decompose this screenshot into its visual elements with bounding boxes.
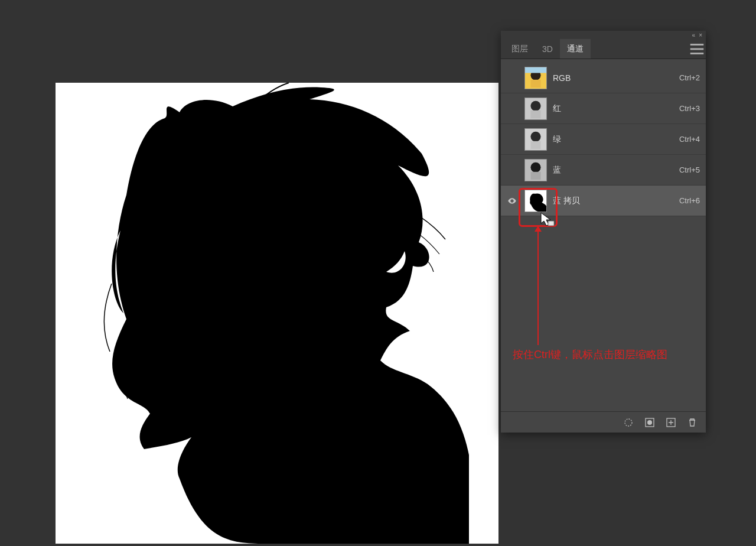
svg-rect-7 [530,110,540,118]
panel-footer [501,411,706,433]
channel-name: 红 [553,103,673,114]
channels-panel: « × 图层 3D 通道 RGB Ctrl+2 红 [501,31,706,433]
channel-shortcut: Ctrl+4 [679,135,700,144]
panel-menu-icon[interactable] [688,39,706,58]
svg-point-15 [625,419,632,426]
tab-layers[interactable]: 图层 [504,39,535,58]
channel-list: RGB Ctrl+2 红 Ctrl+3 绿 Ctrl+4 [501,59,706,411]
visibility-toggle[interactable] [506,133,519,146]
channel-thumbnail[interactable] [524,128,547,151]
panel-collapse-bar[interactable]: « × [501,31,706,39]
channel-shortcut: Ctrl+3 [679,104,700,113]
svg-rect-13 [530,171,540,179]
visibility-toggle[interactable] [506,72,519,84]
channel-shortcut: Ctrl+2 [679,73,700,82]
svg-rect-3 [530,79,540,87]
channel-thumbnail[interactable] [524,98,547,120]
channel-row-rgb[interactable]: RGB Ctrl+2 [501,63,706,93]
svg-point-6 [530,100,540,110]
tab-3d[interactable]: 3D [535,39,560,58]
channel-thumbnail[interactable] [524,67,547,89]
channel-row-red[interactable]: 红 Ctrl+3 [501,93,706,124]
load-selection-icon[interactable] [623,417,634,428]
svg-point-12 [530,162,540,172]
channel-thumbnail[interactable] [524,190,547,212]
channel-shortcut: Ctrl+5 [679,165,700,174]
channel-name: 绿 [553,134,673,145]
channel-shortcut: Ctrl+6 [679,196,700,205]
visibility-toggle[interactable] [506,164,519,177]
channel-row-green[interactable]: 绿 Ctrl+4 [501,124,706,155]
channel-name: RGB [553,73,673,83]
visibility-toggle[interactable] [506,194,519,207]
channel-name: 蓝 [553,165,673,176]
visibility-toggle[interactable] [506,102,519,115]
document-canvas[interactable] [56,83,498,544]
svg-point-9 [530,131,540,141]
close-icon[interactable]: × [699,32,702,38]
save-mask-icon[interactable] [644,417,655,428]
new-channel-icon[interactable] [666,417,676,428]
channel-thumbnail[interactable] [524,159,547,181]
tab-channels[interactable]: 通道 [560,39,591,58]
channel-row-blue[interactable]: 蓝 Ctrl+5 [501,155,706,186]
delete-channel-icon[interactable] [687,417,698,428]
channel-name: 蓝 拷贝 [553,196,673,206]
channel-row-blue-copy[interactable]: 蓝 拷贝 Ctrl+6 [501,186,706,216]
svg-rect-4 [525,67,546,73]
collapse-icon[interactable]: « [692,32,696,38]
svg-rect-10 [530,141,540,148]
svg-point-17 [647,420,652,425]
panel-tabbar: 图层 3D 通道 [501,39,706,59]
